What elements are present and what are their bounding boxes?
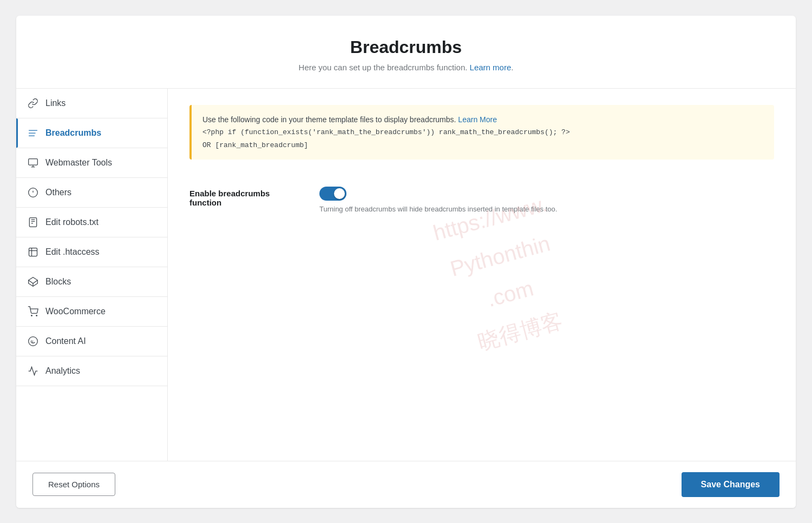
- sidebar-item-webmaster-label: Webmaster Tools: [45, 158, 112, 168]
- sidebar-item-content-ai-label: Content AI: [45, 336, 86, 346]
- svg-point-13: [31, 315, 32, 316]
- links-icon: [27, 97, 39, 109]
- page-title: Breadcrumbs: [27, 37, 785, 57]
- enable-breadcrumbs-row: Enable breadcrumbsfunction Turning off b…: [189, 176, 774, 224]
- page-header: Breadcrumbs Here you can set up the brea…: [16, 16, 796, 89]
- page-footer: Reset Options Save Changes: [16, 461, 796, 508]
- sidebar-item-robots-label: Edit robots.txt: [45, 217, 99, 227]
- sidebar-item-webmaster-tools[interactable]: Webmaster Tools: [16, 148, 167, 178]
- save-changes-button[interactable]: Save Changes: [682, 472, 780, 497]
- robots-icon: [27, 216, 39, 228]
- svg-rect-4: [29, 217, 36, 227]
- sidebar-item-breadcrumbs-label: Breadcrumbs: [45, 128, 101, 138]
- sidebar: Links Breadcrumbs Webmaster Tools: [16, 89, 168, 461]
- sidebar-item-analytics[interactable]: Analytics: [16, 356, 167, 386]
- sidebar-item-edit-robots[interactable]: Edit robots.txt: [16, 208, 167, 237]
- svg-rect-0: [29, 158, 38, 165]
- outer-wrapper: Breadcrumbs Here you can set up the brea…: [11, 10, 801, 513]
- svg-point-14: [36, 315, 37, 316]
- main-card: Breadcrumbs Here you can set up the brea…: [16, 16, 796, 508]
- content-ai-icon: AI: [27, 335, 39, 347]
- info-box-learn-more[interactable]: Learn More: [458, 115, 497, 124]
- htaccess-icon: [27, 246, 39, 258]
- sidebar-item-htaccess-label: Edit .htaccess: [45, 247, 100, 257]
- sidebar-item-links-label: Links: [45, 98, 66, 108]
- sidebar-item-blocks[interactable]: Blocks: [16, 267, 167, 297]
- woocommerce-icon: [27, 306, 39, 317]
- sidebar-item-breadcrumbs[interactable]: Breadcrumbs: [16, 118, 167, 148]
- body-layout: Links Breadcrumbs Webmaster Tools: [16, 89, 796, 461]
- enable-breadcrumbs-description: Turning off breadcrumbs will hide breadc…: [319, 205, 557, 213]
- code-line-1: <?php if (function_exists('rank_math_the…: [202, 128, 570, 136]
- blocks-icon: [27, 276, 39, 288]
- content-area: https://www.Pythonthin.com晓得博客 Use the f…: [168, 89, 796, 461]
- svg-text:AI: AI: [30, 339, 34, 342]
- sidebar-item-analytics-label: Analytics: [45, 366, 80, 376]
- info-box-text: Use the following code in your theme tem…: [202, 115, 456, 124]
- enable-breadcrumbs-control: Turning off breadcrumbs will hide breadc…: [319, 187, 557, 213]
- sidebar-item-woocommerce-label: WooCommerce: [45, 307, 106, 316]
- sidebar-item-others[interactable]: Others: [16, 178, 167, 208]
- sidebar-item-edit-htaccess[interactable]: Edit .htaccess: [16, 237, 167, 267]
- learn-more-link[interactable]: Learn more: [470, 63, 512, 72]
- others-icon: [27, 187, 39, 198]
- sidebar-item-others-label: Others: [45, 188, 71, 197]
- analytics-icon: [27, 365, 39, 377]
- enable-breadcrumbs-toggle[interactable]: [319, 187, 346, 201]
- info-box: Use the following code in your theme tem…: [189, 105, 774, 160]
- svg-rect-8: [29, 248, 37, 256]
- sidebar-item-woocommerce[interactable]: WooCommerce: [16, 297, 167, 327]
- sidebar-item-content-ai[interactable]: AI Content AI: [16, 327, 167, 356]
- webmaster-icon: [27, 157, 39, 169]
- enable-breadcrumbs-label: Enable breadcrumbsfunction: [189, 187, 298, 207]
- sidebar-item-links[interactable]: Links: [16, 89, 167, 118]
- breadcrumbs-icon: [27, 127, 39, 139]
- code-line-2: OR [rank_math_breadcrumb]: [202, 141, 308, 149]
- page-subtitle: Here you can set up the breadcrumbs func…: [27, 63, 785, 72]
- sidebar-item-blocks-label: Blocks: [45, 277, 71, 287]
- reset-options-button[interactable]: Reset Options: [32, 473, 115, 496]
